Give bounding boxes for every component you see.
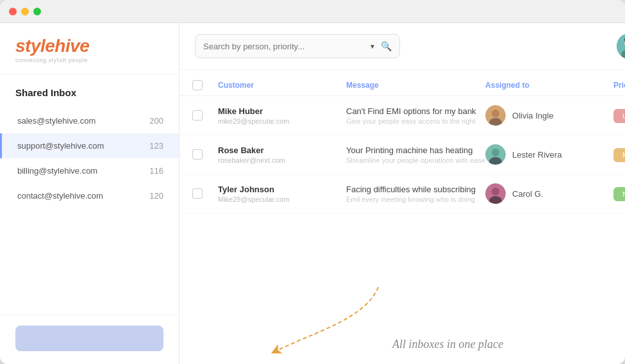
table-header: Customer Message Assigned to Priority: [179, 75, 625, 96]
search-icon[interactable]: 🔍: [381, 41, 392, 51]
inbox-count: 120: [149, 191, 163, 201]
search-input[interactable]: [203, 42, 364, 51]
row-checkbox-cell: [192, 149, 218, 160]
priority-badge: Urgent: [613, 109, 625, 123]
filter-icon[interactable]: ▼: [369, 43, 376, 50]
inbox-count: 123: [149, 141, 163, 151]
assignee-name: Carol G.: [512, 189, 543, 199]
titlebar: [0, 0, 625, 23]
user-profile[interactable]: Julie Worden: [617, 33, 625, 59]
logo-text: stylehive: [15, 36, 163, 56]
priority-cell: Normal: [613, 188, 625, 199]
col-customer: Customer: [218, 81, 346, 90]
sidebar-inbox-item[interactable]: contact@stylehive.com 120: [0, 183, 179, 208]
assignee-avatar: [485, 183, 506, 204]
sidebar-content: Shared Inbox sales@stylehive.com 200 sup…: [0, 74, 179, 315]
sidebar-inbox-item[interactable]: support@stylehive.com 123: [0, 133, 179, 158]
app-window: stylehive connecting stylish people Shar…: [0, 0, 625, 364]
inbox-list: sales@stylehive.com 200 support@stylehiv…: [0, 108, 179, 208]
sidebar-action-button[interactable]: [15, 326, 163, 351]
svg-point-6: [492, 110, 499, 117]
assigned-info: Carol G.: [485, 183, 613, 204]
message-preview: Streamline your people operations with e…: [346, 156, 485, 164]
message-preview: Give your people easy access to the righ…: [346, 117, 485, 125]
message-preview: Emil every meeting knowing who is doing: [346, 195, 485, 203]
col-message: Message: [346, 81, 485, 90]
assigned-info: Lester Rivera: [485, 144, 613, 165]
priority-badge: Normal: [613, 187, 625, 201]
col-priority: Priority: [613, 81, 625, 90]
customer-name: Rose Baker: [218, 145, 346, 155]
header-checkbox-cell: [192, 80, 218, 90]
assignee-name: Olivia Ingle: [512, 111, 553, 120]
sidebar-footer: [0, 315, 179, 364]
customer-email: mike29@specular.com: [218, 117, 346, 125]
customer-name: Tyler Johnson: [218, 185, 346, 194]
row-checkbox-cell: [192, 188, 218, 199]
sidebar: stylehive connecting stylish people Shar…: [0, 23, 179, 364]
customer-info: Tyler Johnson Mike29@specular.com: [218, 185, 346, 203]
message-info: Can't Find EMI options for my bank Give …: [346, 106, 485, 125]
row-checkbox[interactable]: [192, 110, 203, 120]
logo-tagline: connecting stylish people: [15, 57, 163, 63]
sidebar-inbox-item[interactable]: sales@stylehive.com 200: [0, 108, 179, 133]
table-row[interactable]: Rose Baker rosebaker@next.com Your Print…: [179, 135, 625, 174]
table-row[interactable]: Tyler Johnson Mike29@specular.com Facing…: [179, 174, 625, 213]
assignee-name: Lester Rivera: [512, 150, 562, 160]
message-subject: Your Printing machine has heating: [346, 145, 485, 155]
maximize-button[interactable]: [33, 8, 41, 15]
svg-point-12: [492, 188, 499, 195]
svg-point-9: [492, 149, 499, 156]
customer-name: Mike Huber: [218, 106, 346, 116]
customer-info: Mike Huber mike29@specular.com: [218, 106, 346, 125]
customer-email: Mike29@specular.com: [218, 195, 346, 203]
avatar-image: [617, 33, 625, 59]
close-button[interactable]: [9, 8, 17, 15]
traffic-lights: [9, 8, 41, 15]
row-checkbox[interactable]: [192, 188, 203, 199]
user-avatar: [617, 33, 625, 59]
col-assigned: Assigned to: [485, 81, 613, 90]
priority-badge: Medium: [613, 148, 625, 162]
message-info: Your Printing machine has heating Stream…: [346, 145, 485, 164]
inbox-email: support@stylehive.com: [17, 141, 104, 151]
header: ▼ 🔍: [179, 23, 625, 70]
assigned-info: Olivia Ingle: [485, 105, 613, 126]
inbox-count: 116: [149, 166, 163, 176]
message-info: Facing difficulties while subscribing Em…: [346, 185, 485, 203]
inbox-email: billing@stylehive.com: [17, 166, 97, 176]
message-subject: Facing difficulties while subscribing: [346, 185, 485, 194]
sidebar-logo: stylehive connecting stylish people: [0, 23, 179, 74]
table-row[interactable]: Mike Huber mike29@specular.com Can't Fin…: [179, 96, 625, 135]
select-all-checkbox[interactable]: [192, 80, 203, 90]
message-subject: Can't Find EMI options for my bank: [346, 106, 485, 116]
inbox-email: sales@stylehive.com: [17, 116, 96, 126]
customer-email: rosebaker@next.com: [218, 156, 346, 164]
priority-cell: Urgent: [613, 110, 625, 121]
search-bar[interactable]: ▼ 🔍: [195, 34, 400, 58]
inbox-email: contact@stylehive.com: [17, 191, 103, 201]
app-body: stylehive connecting stylish people Shar…: [0, 23, 625, 364]
assignee-avatar: [485, 144, 506, 165]
inbox-count: 200: [149, 116, 163, 126]
table-container: Customer Message Assigned to Priority Mi…: [179, 70, 625, 364]
customer-info: Rose Baker rosebaker@next.com: [218, 145, 346, 164]
row-checkbox[interactable]: [192, 149, 203, 160]
table-rows: Mike Huber mike29@specular.com Can't Fin…: [179, 96, 625, 213]
sidebar-title: Shared Inbox: [0, 87, 179, 108]
row-checkbox-cell: [192, 110, 218, 120]
priority-cell: Medium: [613, 149, 625, 160]
sidebar-inbox-item[interactable]: billing@stylehive.com 116: [0, 158, 179, 183]
main-content: ▼ 🔍: [179, 23, 625, 364]
assignee-avatar: [485, 105, 506, 126]
minimize-button[interactable]: [21, 8, 29, 15]
